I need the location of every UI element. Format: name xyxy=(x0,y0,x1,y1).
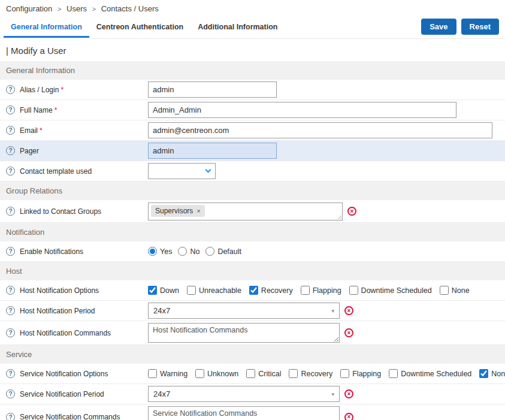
help-icon[interactable]: ? xyxy=(6,413,15,420)
checkbox-recovery[interactable] xyxy=(289,369,298,378)
checkbox-flapping[interactable] xyxy=(340,369,349,378)
radio-default[interactable] xyxy=(205,247,214,256)
tab-bar: General Information Centreon Authenticat… xyxy=(0,16,505,39)
checkbox-option-recovery[interactable]: Recovery xyxy=(249,286,293,295)
field-label: Pager xyxy=(20,147,39,155)
checkbox-option-none[interactable]: None xyxy=(479,369,505,378)
resize-handle[interactable] xyxy=(336,214,341,219)
radio-yes[interactable] xyxy=(148,247,157,256)
radio-option-no[interactable]: No xyxy=(178,247,199,256)
email-input[interactable] xyxy=(148,122,492,138)
field-label: Full Name* xyxy=(20,106,57,114)
checkbox-warning[interactable] xyxy=(148,369,157,378)
tab-general-information[interactable]: General Information xyxy=(4,17,89,38)
field-label: Host Notification Period xyxy=(20,307,95,315)
checkbox-label: Unknown xyxy=(207,370,238,378)
checkbox-option-unknown[interactable]: Unknown xyxy=(195,369,238,378)
help-icon[interactable]: ? xyxy=(6,167,15,176)
label-cell: ? Email* xyxy=(6,126,148,135)
checkbox-option-unreachable[interactable]: Unreachable xyxy=(187,286,241,295)
service-notification-period-select[interactable]: 24x7 ▾ xyxy=(148,386,340,402)
help-icon[interactable]: ? xyxy=(6,389,15,398)
clear-host-period-icon[interactable]: × xyxy=(344,306,353,315)
help-icon[interactable]: ? xyxy=(6,85,15,94)
caret-down-icon: ▾ xyxy=(331,391,334,397)
field-label: Contact template used xyxy=(20,167,92,176)
help-icon[interactable]: ? xyxy=(6,105,15,114)
field-label-text: Linked to Contact Groups xyxy=(20,207,101,216)
checkbox-label: None xyxy=(491,370,505,378)
checkbox-option-flapping[interactable]: Flapping xyxy=(301,286,341,295)
remove-tag-icon[interactable]: × xyxy=(196,207,200,214)
checkbox-option-warning[interactable]: Warning xyxy=(148,369,188,378)
tag-label: Supervisors xyxy=(155,207,193,215)
checkbox-option-none[interactable]: None xyxy=(440,286,470,295)
reset-button[interactable]: Reset xyxy=(461,19,499,35)
field-row-contact-template: ? Contact template used xyxy=(0,161,505,182)
clear-contact-groups-icon[interactable]: × xyxy=(347,207,356,216)
alias-login-input[interactable] xyxy=(148,81,277,98)
service-notification-commands-input[interactable] xyxy=(148,406,340,420)
pager-input[interactable] xyxy=(148,143,277,159)
tab-centreon-authentication[interactable]: Centreon Authentication xyxy=(89,17,190,38)
breadcrumb-separator: > xyxy=(92,5,96,13)
save-button[interactable]: Save xyxy=(421,19,456,35)
field-label-text: Pager xyxy=(20,147,39,155)
field-label-text: Email xyxy=(20,126,38,135)
label-cell: ? Pager xyxy=(6,146,148,155)
radio-label: Default xyxy=(217,247,241,256)
host-notification-commands-input[interactable] xyxy=(148,323,340,343)
checkbox-label: Downtime Scheduled xyxy=(361,286,432,295)
section-host: Host xyxy=(0,262,505,280)
checkbox-critical[interactable] xyxy=(246,369,255,378)
contact-template-select[interactable] xyxy=(148,163,216,179)
help-icon[interactable]: ? xyxy=(6,247,15,256)
clear-service-commands-icon[interactable]: × xyxy=(344,413,353,420)
help-icon[interactable]: ? xyxy=(6,328,15,337)
checkbox-option-down[interactable]: Down xyxy=(148,286,179,295)
checkbox-recovery[interactable] xyxy=(249,286,258,295)
breadcrumb-configuration[interactable]: Configuration xyxy=(6,4,52,13)
label-cell: ? Service Notification Period xyxy=(6,389,148,398)
checkbox-label: Unreachable xyxy=(199,286,241,295)
checkbox-unknown[interactable] xyxy=(195,369,204,378)
clear-host-commands-icon[interactable]: × xyxy=(344,328,353,337)
help-icon[interactable]: ? xyxy=(6,369,15,378)
contact-groups-input[interactable]: Supervisors × xyxy=(148,203,343,220)
host-notification-period-select[interactable]: 24x7 ▾ xyxy=(148,303,340,319)
field-label: Enable Notifications xyxy=(20,247,83,256)
help-icon[interactable]: ? xyxy=(6,286,15,295)
clear-service-period-icon[interactable]: × xyxy=(344,389,353,398)
radio-label: No xyxy=(190,247,199,256)
help-icon[interactable]: ? xyxy=(6,126,15,135)
checkbox-option-downtime-scheduled[interactable]: Downtime Scheduled xyxy=(349,286,432,295)
checkbox-downtime-scheduled[interactable] xyxy=(349,286,358,295)
checkbox-unreachable[interactable] xyxy=(187,286,196,295)
help-icon[interactable]: ? xyxy=(6,306,15,315)
field-label-text: Host Notification Commands xyxy=(20,329,111,337)
full-name-input[interactable] xyxy=(148,102,456,118)
radio-option-yes[interactable]: Yes xyxy=(148,247,172,256)
checkbox-option-downtime-scheduled[interactable]: Downtime Scheduled xyxy=(389,369,471,378)
checkbox-none[interactable] xyxy=(479,369,488,378)
checkbox-flapping[interactable] xyxy=(301,286,310,295)
tab-additional-information[interactable]: Additional Information xyxy=(190,17,285,38)
host-notification-options-group: Down Unreachable Recovery Flapping Downt… xyxy=(148,286,477,295)
breadcrumb-users[interactable]: Users xyxy=(66,4,87,13)
field-label: Linked to Contact Groups xyxy=(20,207,101,216)
help-icon[interactable]: ? xyxy=(6,207,15,216)
checkbox-down[interactable] xyxy=(148,286,157,295)
breadcrumb-contacts-users[interactable]: Contacts / Users xyxy=(101,4,159,13)
checkbox-downtime-scheduled[interactable] xyxy=(389,369,398,378)
checkbox-none[interactable] xyxy=(440,286,449,295)
checkbox-option-flapping[interactable]: Flapping xyxy=(340,369,381,378)
checkbox-option-recovery[interactable]: Recovery xyxy=(289,369,332,378)
help-icon[interactable]: ? xyxy=(6,146,15,155)
label-cell: ? Service Notification Options xyxy=(6,369,148,378)
selected-value: 24x7 xyxy=(153,389,170,398)
radio-no[interactable] xyxy=(178,247,187,256)
checkbox-option-critical[interactable]: Critical xyxy=(246,369,281,378)
label-cell: ? Alias / Login* xyxy=(6,85,148,94)
radio-option-default[interactable]: Default xyxy=(205,247,241,256)
field-row-service-notification-commands: ? Service Notification Commands × xyxy=(0,404,505,420)
